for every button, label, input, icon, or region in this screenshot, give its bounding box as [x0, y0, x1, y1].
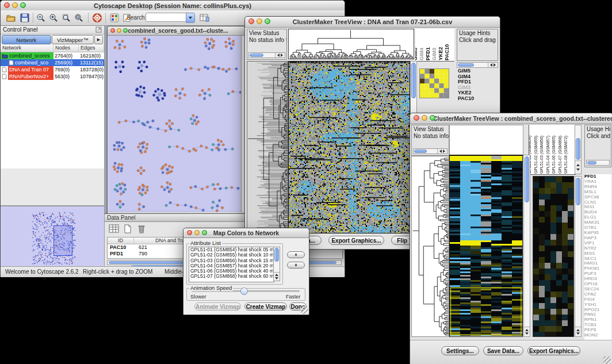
- row-dendrogram-canvas[interactable]: [412, 156, 449, 336]
- selected-submatrix[interactable]: [419, 68, 449, 98]
- zoom-button[interactable]: [20, 2, 26, 8]
- attribute-browser-button[interactable]: [198, 12, 210, 24]
- scroll-up-icon[interactable]: [275, 274, 278, 276]
- zoom-button[interactable]: [265, 18, 270, 24]
- table-row[interactable]: RNAPuberNov2+ 563(0) 107847(0): [1, 73, 104, 80]
- new-attribute-button[interactable]: [122, 224, 133, 235]
- zoom-button[interactable]: [430, 115, 435, 121]
- zoom-selected-button[interactable]: [60, 12, 72, 24]
- scrollbar-thumb[interactable]: [576, 138, 580, 160]
- column-dendrogram-area[interactable]: [449, 125, 523, 156]
- scroll-left-icon[interactable]: [490, 63, 492, 67]
- column-dendrogram-canvas[interactable]: [289, 29, 414, 59]
- minimize-button[interactable]: [422, 115, 427, 121]
- minimize-button[interactable]: [194, 230, 200, 235]
- delete-attribute-button[interactable]: [136, 224, 147, 235]
- table-mode-button[interactable]: [108, 224, 120, 235]
- zoom-button[interactable]: [123, 28, 128, 33]
- scrollbar-thumb[interactable]: [250, 53, 263, 57]
- table-row-selected[interactable]: combined_sco 2569(6) 13112(15): [1, 59, 104, 66]
- dialog-titlebar[interactable]: Map Colors to Network: [183, 228, 309, 238]
- birdseye-canvas[interactable]: [1, 206, 103, 266]
- save-session-button[interactable]: [19, 12, 30, 24]
- view-status-hscrollbar[interactable]: [248, 52, 285, 58]
- header-id[interactable]: ID: [108, 237, 134, 244]
- row-dendrogram[interactable]: [411, 156, 449, 337]
- heatmap-canvas[interactable]: [289, 62, 410, 233]
- attribute-item[interactable]: GPL51-07 (GSM868) heat shock 60 min: [189, 274, 274, 279]
- scroll-right-icon[interactable]: [494, 63, 496, 67]
- move-up-button[interactable]: ∧: [287, 251, 305, 258]
- birdseye-overview[interactable]: [1, 205, 104, 267]
- row-dendrogram[interactable]: [247, 61, 288, 233]
- zoom-out-button[interactable]: [35, 12, 47, 24]
- scroll-up-icon[interactable]: [576, 164, 580, 166]
- close-button[interactable]: [187, 230, 192, 235]
- main-titlebar[interactable]: Cytoscape Desktop (Session Name: collins…: [1, 1, 345, 11]
- scroll-right-icon[interactable]: [443, 150, 445, 153]
- scroll-down-icon[interactable]: [576, 168, 580, 171]
- export-graphics-button[interactable]: Export Graphics...: [527, 346, 580, 355]
- move-down-button[interactable]: ∨: [287, 262, 305, 269]
- create-vizmap-button[interactable]: Create Vizmap: [244, 302, 287, 311]
- row-dendrogram-canvas[interactable]: [247, 62, 288, 233]
- settings-button[interactable]: Settings...: [441, 346, 479, 355]
- gene-label[interactable]: MON2: [584, 333, 611, 338]
- network-canvas[interactable]: [108, 36, 241, 212]
- table-row[interactable]: combined_scores 2764(0) 16218(0): [1, 52, 104, 59]
- tab-vizmapper[interactable]: VizMapper™: [52, 35, 94, 44]
- scroll-left-icon[interactable]: [277, 53, 280, 57]
- table-row[interactable]: DNA and Tran 07 769(0) 183728(0): [1, 66, 104, 73]
- scrollbar-thumb[interactable]: [458, 63, 474, 67]
- zoom-button[interactable]: [202, 230, 207, 235]
- header-edges[interactable]: Edges: [79, 45, 104, 52]
- close-button[interactable]: [4, 2, 10, 8]
- resize-grip[interactable]: [603, 357, 611, 364]
- save-data-button[interactable]: Save Data...: [483, 346, 523, 355]
- close-button[interactable]: [248, 18, 254, 24]
- scrollbar-thumb[interactable]: [411, 63, 416, 98]
- close-button[interactable]: [110, 28, 115, 33]
- heatmap-main[interactable]: [288, 61, 410, 233]
- heatmap-secondary[interactable]: [533, 176, 574, 337]
- vizmapper-tool-button[interactable]: [109, 12, 120, 24]
- scroll-left-icon[interactable]: [439, 150, 442, 153]
- help-button[interactable]: [91, 12, 103, 24]
- treeview1-titlebar[interactable]: ClusterMaker TreeView : DNA and Tran 07-…: [245, 17, 500, 28]
- network-view-titlebar[interactable]: combined_scores_good.txt--cluste...: [108, 26, 248, 36]
- scrollbar-thumb[interactable]: [274, 248, 279, 262]
- usage-hints-hscrollbar[interactable]: [457, 62, 498, 68]
- submatrix-canvas[interactable]: [420, 69, 449, 98]
- heatmap-secondary-canvas[interactable]: [533, 177, 573, 336]
- usage-hints-hscrollbar[interactable]: [586, 160, 610, 166]
- minimize-button[interactable]: [12, 2, 18, 8]
- scroll-down-icon[interactable]: [576, 332, 580, 335]
- header-network[interactable]: Network: [1, 45, 53, 52]
- view-status-hscrollbar[interactable]: [413, 148, 447, 154]
- tab-network[interactable]: Network: [2, 35, 51, 44]
- animation-speed-slider-thumb[interactable]: [240, 288, 248, 295]
- heatmap-main[interactable]: [449, 155, 523, 337]
- attribute-list[interactable]: GPL51-01 (GSM854) heat shock 05 minGPL51…: [189, 247, 274, 282]
- minimize-button[interactable]: [257, 18, 262, 24]
- header-nodes[interactable]: Nodes: [53, 45, 79, 52]
- column-dendrogram[interactable]: [288, 29, 414, 59]
- open-session-button[interactable]: [5, 12, 17, 24]
- heatmap-vscrollbar[interactable]: [523, 155, 530, 337]
- scroll-up-icon[interactable]: [576, 329, 580, 331]
- resize-grip[interactable]: [301, 306, 308, 314]
- heatmap-canvas[interactable]: [450, 156, 522, 336]
- scrollbar-thumb[interactable]: [525, 156, 529, 202]
- attribute-list-vscrollbar[interactable]: [273, 247, 280, 281]
- column-labels-vscrollbar[interactable]: [575, 125, 582, 174]
- search-input[interactable]: [146, 13, 188, 22]
- zoom-in-button[interactable]: [48, 12, 59, 24]
- animate-vizmap-button[interactable]: Animate Vizmap: [194, 302, 241, 311]
- scroll-up-icon[interactable]: [525, 329, 529, 331]
- zoom-fit-button[interactable]: [73, 12, 85, 24]
- scroll-right-icon[interactable]: [281, 53, 283, 57]
- float-panel-icon[interactable]: [95, 26, 102, 33]
- search-dropdown-arrow[interactable]: [186, 13, 195, 23]
- export-graphics-button[interactable]: Export Graphics...: [328, 236, 384, 245]
- scroll-down-icon[interactable]: [525, 332, 529, 335]
